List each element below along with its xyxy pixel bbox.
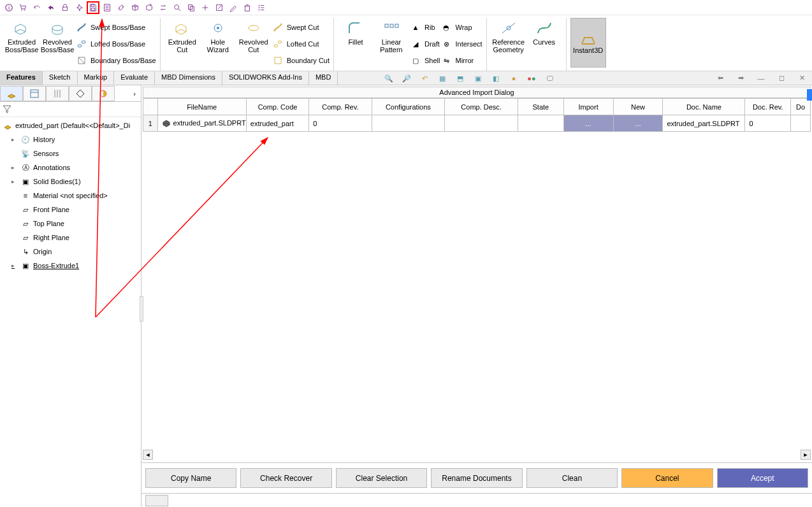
scroll-left[interactable]: ◄ (143, 450, 153, 460)
tab-mbd-dimensions[interactable]: MBD Dimensions (155, 71, 222, 85)
tree-tab-property[interactable] (23, 86, 46, 101)
tab-addins[interactable]: SOLIDWORKS Add-Ins (222, 71, 309, 85)
col-filename[interactable]: FileName (157, 99, 246, 115)
reply-icon[interactable] (45, 1, 57, 14)
cancel-button[interactable]: Cancel (621, 468, 713, 488)
cell-desc[interactable] (445, 115, 518, 132)
boundary-boss-button[interactable]: Boundary Boss/Base (75, 52, 156, 69)
tab-evaluate[interactable]: Evaluate (114, 71, 155, 85)
hide-show-icon[interactable]: ◧ (489, 72, 502, 85)
scroll-right[interactable]: ► (801, 450, 811, 460)
cell-state[interactable] (518, 115, 564, 132)
horizontal-scrollbar[interactable]: ◄ ► (143, 450, 811, 461)
edit-box-icon[interactable] (213, 1, 226, 14)
tab-markup[interactable]: Markup (78, 71, 115, 85)
tree-tab-dim[interactable] (69, 86, 92, 101)
extruded-boss-button[interactable]: ExtrudedBoss/Base (4, 18, 40, 54)
zoom-fit-icon[interactable]: 🔍 (382, 72, 395, 85)
zoom-area-icon[interactable]: 🔎 (400, 72, 413, 85)
col-comprev[interactable]: Comp. Rev. (309, 99, 372, 115)
task-pane-tab[interactable] (807, 89, 812, 101)
search-icon[interactable] (171, 1, 184, 14)
col-do[interactable]: Do (791, 99, 811, 115)
col-compcode[interactable]: Comp. Code (246, 99, 308, 115)
shell-button[interactable]: ▢Shell (409, 52, 440, 69)
view-orient-icon[interactable]: ⬒ (454, 72, 467, 85)
undo-arrow-icon[interactable] (31, 1, 43, 14)
tree-history[interactable]: ▸🕘History (0, 132, 141, 146)
rename-documents-button[interactable]: Rename Documents (431, 468, 522, 488)
maximize-icon[interactable]: ◻ (775, 72, 788, 85)
tab-mbd[interactable]: MBD (309, 71, 338, 85)
reference-geometry-button[interactable]: ReferenceGeometry (491, 18, 526, 54)
cell-config[interactable] (372, 115, 445, 132)
col-desc[interactable]: Comp. Desc. (445, 99, 518, 115)
boundary-cut-button[interactable]: Boundary Cut (272, 52, 330, 69)
hole-wizard-button[interactable]: HoleWizard (200, 18, 236, 54)
extruded-cut-button[interactable]: ExtrudedCut (164, 18, 200, 54)
clean-button[interactable]: Clean (526, 468, 618, 488)
tree-front-plane[interactable]: ▱Front Plane (0, 203, 141, 217)
cell-filename[interactable]: extruded_part.SLDPRT (157, 115, 246, 132)
tree-origin[interactable]: ↳Origin (0, 245, 141, 259)
cell-comprev[interactable]: 0 (309, 115, 372, 132)
minimize-icon[interactable]: — (755, 72, 767, 85)
tree-tab-feature[interactable] (0, 86, 23, 101)
swept-cut-button[interactable]: Swept Cut (272, 19, 330, 36)
tree-tab-appearance[interactable] (92, 86, 115, 101)
close-icon[interactable]: ✕ (795, 72, 808, 85)
box-icon[interactable] (129, 1, 141, 14)
revolved-boss-button[interactable]: RevolvedBoss/Base (40, 18, 75, 54)
cell-new-btn[interactable]: ... (613, 115, 663, 132)
view-settings-icon[interactable]: 🖵 (543, 72, 556, 85)
display-style-icon[interactable]: ▣ (472, 72, 484, 85)
col-import[interactable]: Import (563, 99, 613, 115)
filter-icon[interactable] (3, 104, 11, 115)
tab-sketch[interactable]: Sketch (43, 71, 78, 85)
instant3d-button[interactable]: Instant3D (570, 18, 606, 68)
cart-icon[interactable] (17, 1, 29, 14)
tree-right-plane[interactable]: ▱Right Plane (0, 231, 141, 245)
tab-features[interactable]: Features (0, 71, 43, 85)
col-state[interactable]: State (518, 99, 564, 115)
edit-icon[interactable] (227, 1, 240, 14)
cell-import-btn[interactable]: ... (563, 115, 613, 132)
col-config[interactable]: Configurations (372, 99, 445, 115)
next-window-icon[interactable]: ➡ (734, 72, 747, 85)
cell-docname[interactable]: extruded_part.SLDPRT (663, 115, 745, 132)
revolved-cut-button[interactable]: RevolvedCut (236, 18, 272, 54)
section-view-icon[interactable]: ▦ (436, 72, 449, 85)
bullets-icon[interactable] (255, 1, 268, 14)
cell-compcode[interactable]: extruded_part (246, 115, 308, 132)
lofted-cut-button[interactable]: Lofted Cut (272, 36, 330, 52)
accept-button[interactable]: Accept (717, 468, 808, 488)
wrap-button[interactable]: ◓Wrap (440, 19, 482, 36)
info-icon[interactable]: i (3, 1, 15, 14)
tree-tab-config[interactable] (46, 86, 69, 101)
prev-view-icon[interactable]: ↶ (418, 72, 431, 85)
copy-icon[interactable] (185, 1, 198, 14)
curves-button[interactable]: Curves (526, 18, 562, 46)
plus-icon[interactable] (199, 1, 212, 14)
trash-icon[interactable] (241, 1, 254, 14)
pin-icon[interactable] (73, 1, 85, 14)
lock-icon[interactable] (59, 1, 71, 14)
tree-root[interactable]: extruded_part (Default<<Default>_Di (0, 118, 141, 132)
col-docname[interactable]: Doc. Name (663, 99, 745, 115)
linear-pattern-button[interactable]: LinearPattern (373, 18, 409, 54)
fillet-button[interactable]: Fillet (338, 18, 373, 46)
col-new[interactable]: New (613, 99, 663, 115)
link-icon[interactable] (115, 1, 127, 14)
lofted-boss-button[interactable]: Lofted Boss/Base (75, 36, 156, 52)
intersect-button[interactable]: ⊗Intersect (440, 36, 482, 52)
tree-top-plane[interactable]: ▱Top Plane (0, 217, 141, 231)
swap-icon[interactable] (157, 1, 170, 14)
prev-window-icon[interactable]: ⬅ (714, 72, 727, 85)
draft-button[interactable]: ◢Draft (409, 36, 440, 52)
redo-icon[interactable] (143, 1, 156, 14)
copy-name-button[interactable]: Copy Name (145, 468, 236, 488)
rib-button[interactable]: ▲Rib (409, 19, 440, 36)
tree-solid-bodies[interactable]: ▸▣Solid Bodies(1) (0, 175, 141, 189)
col-docrev[interactable]: Doc. Rev. (745, 99, 791, 115)
tree-tabs-more[interactable]: › (128, 90, 141, 97)
